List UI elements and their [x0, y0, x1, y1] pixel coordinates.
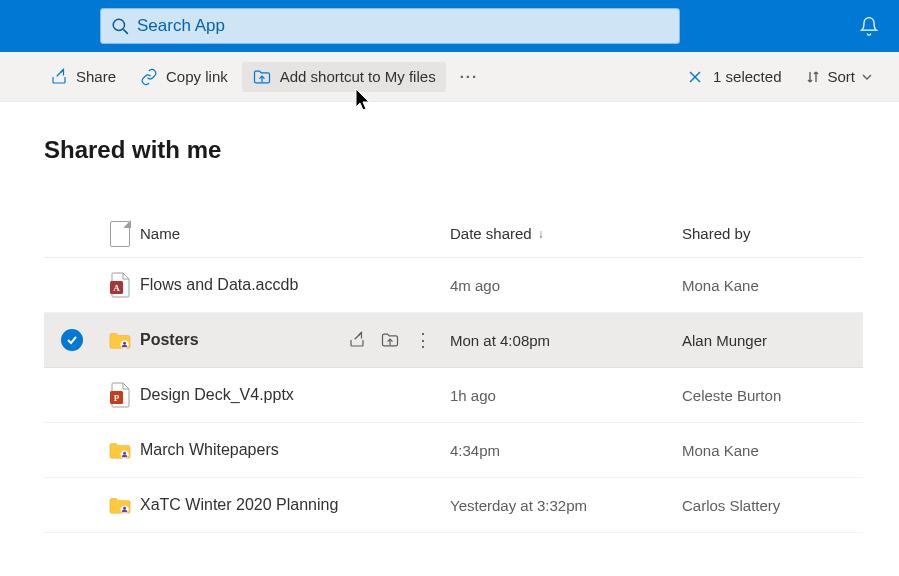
shared-by: Mona Kane: [682, 442, 863, 459]
file-name[interactable]: March Whitepapers: [140, 441, 279, 459]
date-shared: 4:34pm: [450, 442, 682, 459]
sort-icon: [805, 69, 821, 85]
overflow-menu-button[interactable]: ···: [450, 62, 489, 91]
app-header: Search App: [0, 0, 899, 52]
date-shared: 4m ago: [450, 277, 682, 294]
search-input[interactable]: Search App: [100, 8, 680, 44]
file-name[interactable]: Posters: [140, 331, 199, 349]
column-header-name[interactable]: Name: [140, 225, 450, 242]
file-name[interactable]: Design Deck_V4.pptx: [140, 386, 294, 404]
add-shortcut-button[interactable]: Add shortcut to My files: [242, 62, 446, 92]
sort-button[interactable]: Sort: [795, 68, 883, 85]
search-icon: [111, 17, 129, 35]
svg-text:P: P: [114, 393, 120, 403]
file-type-icon: [100, 492, 140, 518]
date-shared: Mon at 4:08pm: [450, 332, 682, 349]
selection-indicator[interactable]: 1 selected: [677, 68, 791, 85]
column-header-date-shared[interactable]: Date shared ↓: [450, 225, 682, 242]
svg-point-13: [123, 507, 126, 510]
document-icon: [110, 221, 130, 247]
file-table: Name Date shared ↓ Shared by A: [44, 210, 863, 533]
notifications-icon[interactable]: [859, 16, 879, 36]
share-icon: [50, 68, 68, 86]
selected-checkmark-icon[interactable]: [61, 329, 83, 351]
copy-link-button[interactable]: Copy link: [130, 62, 238, 92]
svg-line-1: [123, 29, 128, 34]
clear-selection-icon[interactable]: [687, 69, 703, 85]
column-header-shared-by[interactable]: Shared by: [682, 225, 863, 242]
share-label: Share: [76, 68, 116, 85]
svg-point-11: [123, 452, 126, 455]
sort-descending-icon: ↓: [538, 227, 544, 241]
search-placeholder: Search App: [137, 16, 225, 36]
date-shared: Yesterday at 3:32pm: [450, 497, 682, 514]
svg-point-0: [113, 19, 124, 30]
table-row[interactable]: March Whitepapers 4:34pm Mona Kane: [44, 423, 863, 478]
chevron-down-icon: [861, 71, 873, 83]
sort-label: Sort: [827, 68, 855, 85]
table-row[interactable]: A Flows and Data.accdb 4m ago Mona Kane: [44, 258, 863, 313]
table-row[interactable]: Posters ⋮ Mon at 4: [44, 313, 863, 368]
shared-by: Carlos Slattery: [682, 497, 863, 514]
shared-by: Alan Munger: [682, 332, 863, 349]
file-type-icon: [100, 327, 140, 353]
file-type-column-icon[interactable]: [100, 221, 140, 247]
svg-text:A: A: [113, 283, 120, 293]
shared-by: Celeste Burton: [682, 387, 863, 404]
page-body: Shared with me Name Date shared ↓ Shared…: [0, 102, 899, 533]
page-title: Shared with me: [44, 136, 863, 164]
row-more-icon[interactable]: ⋮: [414, 331, 432, 349]
row-add-shortcut-icon[interactable]: [380, 331, 400, 349]
shared-by: Mona Kane: [682, 277, 863, 294]
command-bar: Share Copy link Add shortcut to My files…: [0, 52, 899, 102]
file-type-icon: [100, 437, 140, 463]
table-header-row: Name Date shared ↓ Shared by: [44, 210, 863, 258]
file-name[interactable]: Flows and Data.accdb: [140, 276, 298, 294]
copy-link-label: Copy link: [166, 68, 228, 85]
row-share-icon[interactable]: [348, 331, 366, 349]
share-button[interactable]: Share: [40, 62, 126, 92]
add-shortcut-label: Add shortcut to My files: [280, 68, 436, 85]
file-type-icon: P: [100, 382, 140, 408]
table-row[interactable]: P Design Deck_V4.pptx 1h ago Celeste Bur…: [44, 368, 863, 423]
selection-count-label: 1 selected: [713, 68, 781, 85]
file-name[interactable]: XaTC Winter 2020 Planning: [140, 496, 338, 514]
file-type-icon: A: [100, 272, 140, 298]
date-shared: 1h ago: [450, 387, 682, 404]
folder-shortcut-icon: [252, 68, 272, 86]
svg-point-7: [123, 342, 126, 345]
link-icon: [140, 68, 158, 86]
table-row[interactable]: XaTC Winter 2020 Planning Yesterday at 3…: [44, 478, 863, 533]
